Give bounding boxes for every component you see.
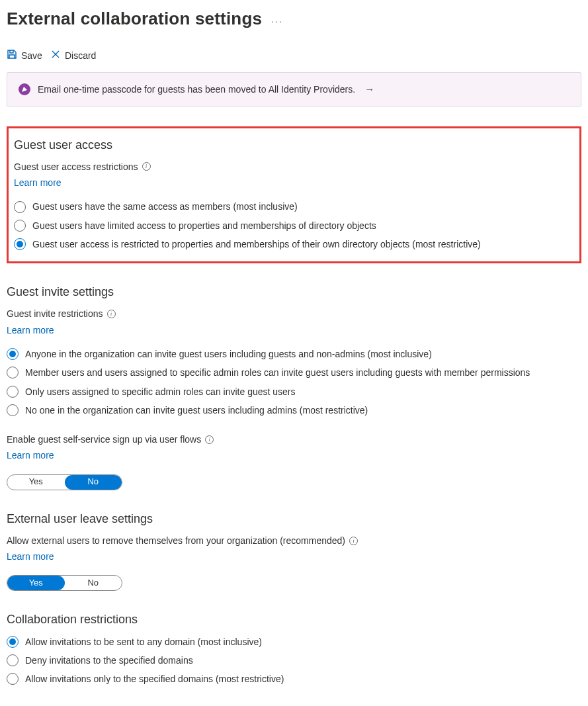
guest-access-field-label: Guest user access restrictions [14, 160, 574, 173]
option-label: Only users assigned to specific admin ro… [25, 385, 296, 398]
toggle-no[interactable]: No [65, 475, 122, 490]
guest-access-learn-more[interactable]: Learn more [14, 176, 62, 189]
close-icon [50, 49, 61, 63]
arrow-right-icon: → [364, 82, 374, 97]
section-guest-invite: Guest invite settings Guest invite restr… [7, 283, 581, 490]
external-leave-toggle[interactable]: Yes No [7, 575, 122, 591]
guest-invite-heading: Guest invite settings [7, 283, 581, 300]
save-icon [7, 49, 17, 63]
guest-access-field-text: Guest user access restrictions [14, 160, 138, 173]
info-icon[interactable] [142, 162, 151, 171]
discard-button[interactable]: Discard [50, 49, 96, 63]
external-leave-field-label: Allow external users to remove themselve… [7, 534, 581, 547]
external-leave-field-text: Allow external users to remove themselve… [7, 534, 345, 547]
guest-access-option-1[interactable]: Guest users have limited access to prope… [14, 219, 574, 232]
radio-icon [7, 654, 19, 666]
info-banner[interactable]: Email one-time passcode for guests has b… [7, 72, 581, 107]
self-service-learn-more[interactable]: Learn more [7, 449, 54, 462]
radio-icon [7, 386, 19, 398]
guest-invite-option-1[interactable]: Member users and users assigned to speci… [7, 366, 581, 379]
self-service-toggle[interactable]: Yes No [7, 474, 122, 490]
toggle-yes[interactable]: Yes [7, 475, 65, 490]
option-label: Anyone in the organization can invite gu… [25, 347, 432, 361]
collab-restrictions-radio-group: Allow invitations to be sent to any doma… [7, 635, 581, 686]
collab-restrictions-heading: Collaboration restrictions [7, 611, 581, 628]
radio-icon [7, 404, 19, 416]
external-leave-heading: External user leave settings [7, 510, 581, 527]
radio-icon [7, 636, 19, 648]
info-icon[interactable] [349, 537, 358, 545]
collab-option-1[interactable]: Deny invitations to the specified domain… [7, 654, 581, 667]
guest-access-option-2[interactable]: Guest user access is restricted to prope… [14, 238, 574, 251]
guest-access-heading: Guest user access [14, 136, 574, 154]
option-label: Deny invitations to the specified domain… [25, 654, 193, 667]
self-service-label-text: Enable guest self-service sign up via us… [7, 433, 201, 446]
radio-icon [7, 348, 19, 360]
self-service-label: Enable guest self-service sign up via us… [7, 433, 581, 446]
toggle-no[interactable]: No [65, 576, 122, 590]
guest-access-option-0[interactable]: Guest users have the same access as memb… [14, 200, 574, 213]
guest-access-radio-group: Guest users have the same access as memb… [14, 200, 574, 251]
guest-invite-learn-more[interactable]: Learn more [7, 324, 54, 337]
self-service-field: Enable guest self-service sign up via us… [7, 433, 581, 490]
option-label: No one in the organization can invite gu… [25, 404, 368, 417]
guest-invite-option-0[interactable]: Anyone in the organization can invite gu… [7, 347, 581, 361]
guest-invite-field-label: Guest invite restrictions [7, 307, 581, 320]
info-icon[interactable] [107, 310, 116, 318]
more-menu-icon[interactable]: ··· [271, 15, 283, 32]
external-leave-learn-more[interactable]: Learn more [7, 550, 54, 563]
section-guest-user-access: Guest user access Guest user access rest… [7, 126, 581, 264]
option-label: Member users and users assigned to speci… [25, 366, 530, 379]
toggle-yes[interactable]: Yes [7, 576, 65, 590]
radio-icon [14, 238, 26, 250]
option-label: Allow invitations to be sent to any doma… [25, 635, 262, 648]
compass-icon [18, 83, 31, 96]
guest-invite-field-text: Guest invite restrictions [7, 307, 103, 320]
option-label: Guest user access is restricted to prope… [32, 238, 481, 251]
option-label: Guest users have limited access to prope… [32, 219, 376, 232]
collab-option-0[interactable]: Allow invitations to be sent to any doma… [7, 635, 581, 648]
option-label: Allow invitations only to the specified … [25, 672, 284, 685]
guest-invite-option-3[interactable]: No one in the organization can invite gu… [7, 404, 581, 417]
radio-icon [7, 673, 19, 685]
page-title: External collaboration settings [7, 7, 262, 32]
toolbar: Save Discard [7, 49, 581, 63]
section-external-leave: External user leave settings Allow exter… [7, 510, 581, 592]
info-icon[interactable] [205, 435, 214, 444]
save-label: Save [21, 49, 42, 62]
highlight-guest-user-access: Guest user access Guest user access rest… [7, 126, 581, 264]
discard-label: Discard [65, 49, 96, 62]
radio-icon [7, 367, 19, 378]
radio-icon [14, 220, 26, 232]
section-collab-restrictions: Collaboration restrictions Allow invitat… [7, 611, 581, 685]
radio-icon [14, 201, 26, 213]
option-label: Guest users have the same access as memb… [32, 200, 298, 213]
collab-option-2[interactable]: Allow invitations only to the specified … [7, 672, 581, 685]
guest-invite-radio-group: Anyone in the organization can invite gu… [7, 347, 581, 417]
save-button[interactable]: Save [7, 49, 42, 63]
banner-text: Email one-time passcode for guests has b… [38, 83, 355, 96]
guest-invite-option-2[interactable]: Only users assigned to specific admin ro… [7, 385, 581, 398]
